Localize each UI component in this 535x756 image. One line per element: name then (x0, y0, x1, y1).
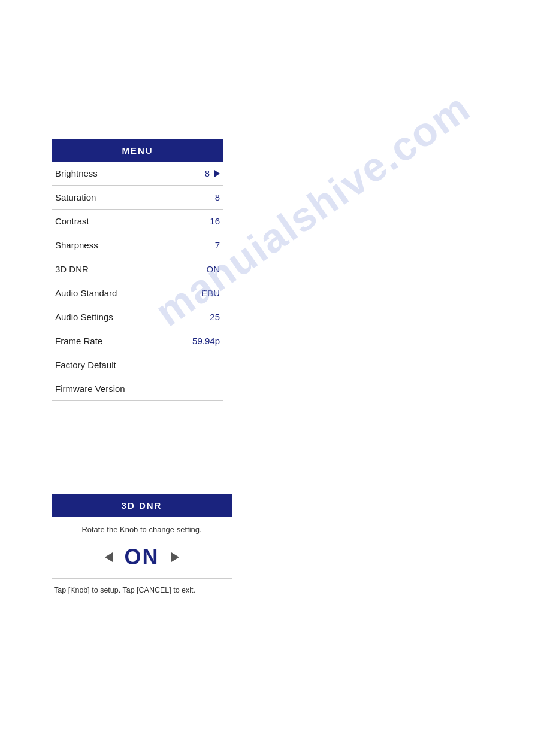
sharpness-value: 7 (215, 240, 220, 250)
audio-settings-value: 25 (210, 312, 220, 322)
contrast-label: Contrast (55, 216, 89, 226)
factory-default-label: Factory Default (55, 360, 116, 370)
dnr-divider (52, 578, 232, 579)
menu-item-sharpness[interactable]: Sharpness 7 (52, 233, 223, 257)
dnr-sub-panel: 3D DNR Rotate the Knob to change setting… (52, 494, 232, 594)
menu-item-firmware-version[interactable]: Firmware Version (52, 377, 223, 401)
frame-rate-value: 59.94p (192, 336, 220, 346)
dnr-control-row: ON (52, 545, 232, 570)
dnr-increment-button[interactable] (171, 552, 179, 562)
menu-item-audio-standard[interactable]: Audio Standard EBU (52, 281, 223, 305)
audio-settings-label: Audio Settings (55, 312, 113, 322)
menu-item-brightness[interactable]: Brightness 8 (52, 162, 223, 186)
audio-standard-value: EBU (201, 288, 220, 298)
dnr-instruction: Rotate the Knob to change setting. (52, 525, 232, 534)
dnr-panel-header: 3D DNR (52, 494, 232, 517)
dnr-footer-text: Tap [Knob] to setup. Tap [CANCEL] to exi… (52, 586, 232, 594)
menu-panel: MENU Brightness 8 Saturation 8 Contrast … (52, 139, 223, 401)
menu-item-factory-default[interactable]: Factory Default (52, 353, 223, 377)
brightness-arrow-icon (214, 170, 220, 177)
contrast-value: 16 (210, 216, 220, 226)
menu-item-saturation[interactable]: Saturation 8 (52, 186, 223, 210)
3ddnr-value: ON (207, 264, 220, 274)
frame-rate-label: Frame Rate (55, 336, 102, 346)
saturation-label: Saturation (55, 192, 96, 202)
menu-item-frame-rate[interactable]: Frame Rate 59.94p (52, 329, 223, 353)
brightness-value: 8 (205, 168, 220, 178)
dnr-current-value: ON (125, 545, 159, 570)
3ddnr-label: 3D DNR (55, 264, 89, 274)
brightness-label: Brightness (55, 168, 98, 178)
menu-item-3ddnr[interactable]: 3D DNR ON (52, 257, 223, 281)
page-wrapper: manuialshive.com MENU Brightness 8 Satur… (0, 0, 535, 756)
menu-header: MENU (52, 139, 223, 162)
sharpness-label: Sharpness (55, 240, 98, 250)
menu-item-contrast[interactable]: Contrast 16 (52, 210, 223, 233)
menu-item-audio-settings[interactable]: Audio Settings 25 (52, 305, 223, 329)
firmware-version-label: Firmware Version (55, 384, 125, 394)
dnr-decrement-button[interactable] (105, 552, 113, 562)
saturation-value: 8 (215, 192, 220, 202)
audio-standard-label: Audio Standard (55, 288, 117, 298)
